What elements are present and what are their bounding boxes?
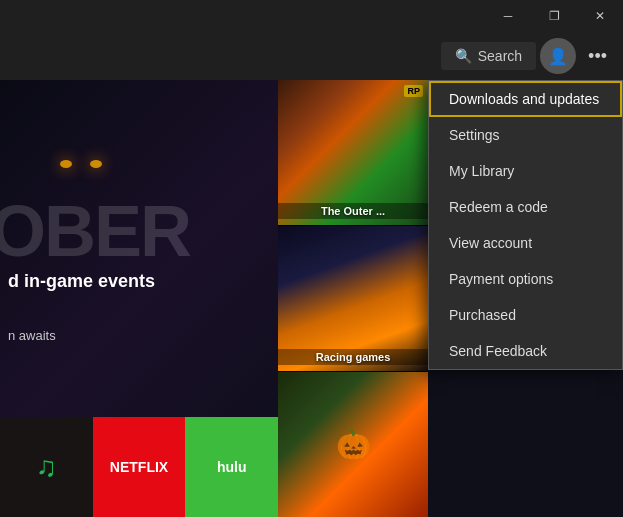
- avatar-icon: 👤: [548, 47, 568, 66]
- maximize-button[interactable]: ❐: [531, 0, 577, 32]
- send-feedback-label: Send Feedback: [449, 343, 547, 359]
- payment-options-label: Payment options: [449, 271, 553, 287]
- spotify-icon: ♫: [36, 451, 57, 483]
- menu-item-redeem-code[interactable]: Redeem a code: [429, 189, 622, 225]
- redeem-code-label: Redeem a code: [449, 199, 548, 215]
- tile-halloween[interactable]: 🎃: [278, 371, 428, 517]
- awaits-text: n awaits: [8, 328, 56, 343]
- hulu-tile[interactable]: hulu: [185, 417, 278, 517]
- hulu-label: hulu: [217, 459, 247, 475]
- search-icon: 🔍: [455, 48, 472, 64]
- netflix-tile[interactable]: NETFLIX: [93, 417, 186, 517]
- tile-racing[interactable]: Racing games: [278, 225, 428, 371]
- game-tiles-area: RP The Outer ... Racing games 🎃: [278, 80, 428, 517]
- tile-outer-worlds-label: The Outer ...: [278, 203, 428, 219]
- my-library-label: My Library: [449, 163, 514, 179]
- more-options-button[interactable]: •••: [580, 42, 615, 71]
- menu-item-purchased[interactable]: Purchased: [429, 297, 622, 333]
- settings-label: Settings: [449, 127, 500, 143]
- dropdown-menu: Downloads and updates Settings My Librar…: [428, 80, 623, 370]
- tile-racing-label: Racing games: [278, 349, 428, 365]
- menu-item-send-feedback[interactable]: Send Feedback: [429, 333, 622, 369]
- avatar-button[interactable]: 👤: [540, 38, 576, 74]
- purchased-label: Purchased: [449, 307, 516, 323]
- menu-item-downloads-updates[interactable]: Downloads and updates: [429, 81, 622, 117]
- title-bar: ─ ❐ ✕: [0, 0, 623, 32]
- close-button[interactable]: ✕: [577, 0, 623, 32]
- minimize-button[interactable]: ─: [485, 0, 531, 32]
- header-bar: 🔍 Search 👤 •••: [0, 32, 623, 80]
- tile-outer-worlds[interactable]: RP The Outer ...: [278, 80, 428, 225]
- netflix-label: NETFLIX: [110, 459, 168, 475]
- search-button[interactable]: 🔍 Search: [441, 42, 536, 70]
- menu-item-my-library[interactable]: My Library: [429, 153, 622, 189]
- bottom-app-tiles: ♫ NETFLIX hulu: [0, 417, 278, 517]
- content-area: OBER d in-game events n awaits 🎃 RP The …: [0, 80, 623, 517]
- spotify-tile[interactable]: ♫: [0, 417, 93, 517]
- events-text: d in-game events: [8, 270, 155, 293]
- menu-item-view-account[interactable]: View account: [429, 225, 622, 261]
- ober-text: OBER: [0, 190, 190, 272]
- menu-item-payment-options[interactable]: Payment options: [429, 261, 622, 297]
- menu-item-settings[interactable]: Settings: [429, 117, 622, 153]
- downloads-updates-label: Downloads and updates: [449, 91, 599, 107]
- search-label: Search: [478, 48, 522, 64]
- view-account-label: View account: [449, 235, 532, 251]
